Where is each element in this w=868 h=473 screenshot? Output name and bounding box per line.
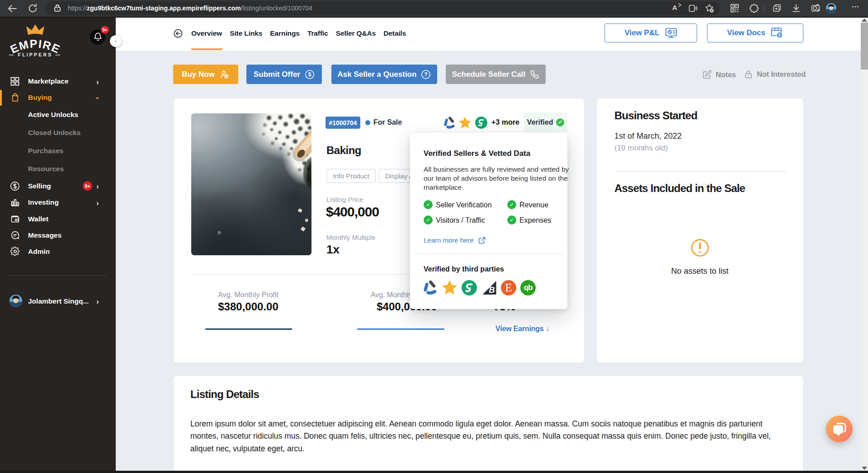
svg-text:$: $ <box>308 71 311 78</box>
svg-text:?: ? <box>425 71 428 78</box>
svg-text:$: $ <box>225 74 227 78</box>
svg-text:B: B <box>489 285 495 295</box>
svg-text:— FLIPPERS —: — FLIPPERS — <box>9 52 62 57</box>
